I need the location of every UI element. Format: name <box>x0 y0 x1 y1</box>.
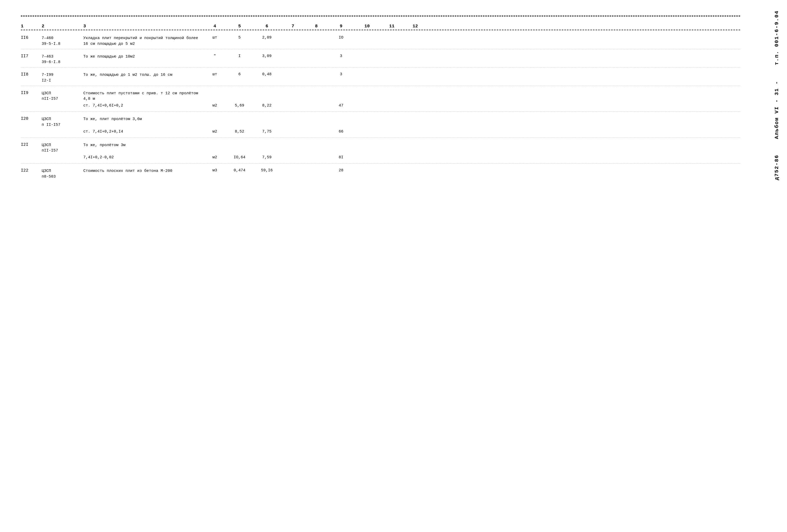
column-headers: 1 2 3 4 5 6 7 8 9 10 11 12 <box>21 21 740 30</box>
row-formula-I20: ст. 7,4I+0,2+0,I4 <box>83 129 203 134</box>
row-desc-I2I: То же, пролётом 3м <box>83 143 203 148</box>
row-code-II9: ЦЗСП пII-I57 <box>42 91 83 102</box>
top-dashed-line <box>21 16 740 16</box>
row-formula-I2I: 7,4I+0,2-0,02 <box>83 155 203 160</box>
col-header-9: 9 <box>328 24 354 29</box>
col-header-10: 10 <box>354 24 380 29</box>
col-header-5: 5 <box>227 24 253 29</box>
row-desc-II8: То же, площадью до 1 м2 толш. до 16 см <box>83 72 203 78</box>
row-desc-II9: Стоимость плит пустотами с прив. т 12 см… <box>83 91 203 102</box>
row-code-I20: ЦЗСП п II-I57 <box>42 116 83 128</box>
col-header-12: 12 <box>404 24 427 29</box>
row-col5-II7: I <box>227 54 253 58</box>
row-col5b-II9: 5,69 <box>227 103 253 108</box>
right-label-top: т.п. 001-6-9.04 <box>774 10 780 65</box>
table-row: I2I ЦЗСП пII-I57 То же, пролётом 3м 7,4I… <box>21 140 740 164</box>
row-unit2-I2I: м2 <box>203 155 227 159</box>
row-code-II7: 7–463 39-6-I.8 <box>42 54 83 65</box>
col-header-3: 3 <box>83 24 203 29</box>
row-col5-I22: 0,474 <box>227 168 253 173</box>
row-col6-I22: 59,I6 <box>253 168 281 173</box>
table-row: II6 7–460 39-5-I.8 Укладка плит перекрыт… <box>21 33 740 49</box>
table-row: I22 ЦЗСП п8-503 Стоимость плоских плит и… <box>21 166 740 182</box>
row-desc-I20: То же, плит пролётом 3,6м <box>83 116 203 122</box>
row-unit-II7: " <box>203 54 227 58</box>
row-col6b-I20: 7,75 <box>253 129 281 134</box>
col-header-4: 4 <box>203 24 227 29</box>
col-header-2: 2 <box>42 24 83 29</box>
row-code-I2I: ЦЗСП пII-I57 <box>42 143 83 154</box>
page-container: т.п. 001-6-9.04 Альбом VI - 31 - д752-86… <box>0 0 787 532</box>
row-col9-II7: 3 <box>328 54 354 58</box>
row-unit-I22: м3 <box>203 168 227 173</box>
col-header-7: 7 <box>281 24 304 29</box>
row-code-II6: 7–460 39-5-I.8 <box>42 36 83 47</box>
col-header-8: 8 <box>304 24 328 29</box>
row-unit2-II9: м2 <box>203 103 227 108</box>
row-formula-II9: ст. 7,4I+0,6I+0,2 <box>83 103 203 108</box>
row-col9b-I2I: 8I <box>328 155 354 159</box>
row-unit2-I20: м2 <box>203 129 227 134</box>
row-col5-II6: 5 <box>227 36 253 40</box>
col-header-6: 6 <box>253 24 281 29</box>
row-unit-II8: шт <box>203 72 227 77</box>
row-col6b-I2I: 7,59 <box>253 155 281 159</box>
row-id-II6: II6 <box>21 36 42 40</box>
row-id-I22: I22 <box>21 168 42 173</box>
table-row: II7 7–463 39-6-I.8 То же площадью до 10м… <box>21 51 740 68</box>
row-col6-II7: 3,09 <box>253 54 281 58</box>
row-col9b-I20: 66 <box>328 129 354 134</box>
row-col9-II8: 3 <box>328 72 354 77</box>
row-col9-II6: IO <box>328 36 354 40</box>
row-col6b-II9: 8,22 <box>253 103 281 108</box>
right-label-mid: Альбом VI - 31 - <box>774 81 780 139</box>
row-col6-II6: 2,09 <box>253 36 281 40</box>
table-row: I20 ЦЗСП п II-I57 То же, плит пролётом 3… <box>21 114 740 138</box>
row-id-II8: II8 <box>21 72 42 77</box>
row-code-I22: ЦЗСП п8-503 <box>42 168 83 180</box>
table-row: II9 ЦЗСП пII-I57 Стоимость плит пустотам… <box>21 88 740 112</box>
row-col9b-II9: 47 <box>328 103 354 108</box>
row-col5-II8: 6 <box>227 72 253 77</box>
header-bottom-line <box>21 30 740 30</box>
row-desc-II7: То же площадью до 10м2 <box>83 54 203 60</box>
row-id-I20: I20 <box>21 116 42 121</box>
row-id-I2I: I2I <box>21 143 42 147</box>
row-desc-II6: Укладка плит перекрытий и покрытий толщи… <box>83 36 203 47</box>
row-code-II8: 7-I99 I2-I <box>42 72 83 84</box>
table-row: II8 7-I99 I2-I То же, площадью до 1 м2 т… <box>21 69 740 86</box>
row-col9-I22: 28 <box>328 168 354 173</box>
table-body: II6 7–460 39-5-I.8 Укладка плит перекрыт… <box>21 33 740 182</box>
row-unit-II6: шт <box>203 36 227 40</box>
right-labels: т.п. 001-6-9.04 Альбом VI - 31 - д752-86 <box>766 0 787 532</box>
row-col5b-I20: 8,52 <box>227 129 253 134</box>
row-col5b-I2I: IO,64 <box>227 155 253 159</box>
col-header-11: 11 <box>380 24 404 29</box>
row-id-II7: II7 <box>21 54 42 59</box>
col-header-1: 1 <box>21 24 42 29</box>
row-id-II9: II9 <box>21 91 42 95</box>
right-label-bot: д752-86 <box>774 155 780 180</box>
row-desc-I22: Стоимость плоских плит из бетона М-200 <box>83 168 203 174</box>
row-col6-II8: 0,48 <box>253 72 281 77</box>
